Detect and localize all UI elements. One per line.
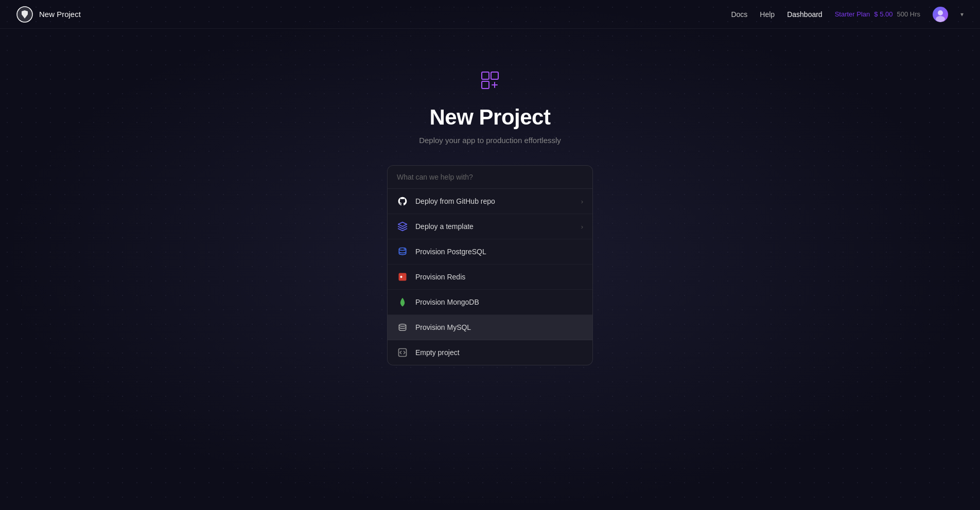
app-title: New Project	[39, 10, 81, 19]
page-subtitle: Deploy your app to production effortless…	[419, 136, 561, 145]
user-dropdown-chevron[interactable]: ▾	[960, 11, 964, 18]
code-icon	[397, 347, 408, 358]
navbar-right: Docs Help Dashboard Starter Plan $ 5.00 …	[731, 7, 964, 22]
navbar: New Project Docs Help Dashboard Starter …	[0, 0, 980, 29]
docs-link[interactable]: Docs	[731, 10, 747, 19]
svg-point-13	[399, 324, 406, 326]
mysql-icon	[397, 322, 408, 333]
menu-item-provision-mysql[interactable]: Provision MySQL	[388, 315, 592, 340]
mongo-icon	[397, 296, 408, 308]
menu-item-label-provision-postgres: Provision PostgreSQL	[415, 248, 583, 256]
svg-rect-3	[482, 72, 489, 79]
svg-point-2	[936, 16, 945, 22]
menu-item-label-provision-redis: Provision Redis	[415, 273, 583, 281]
options-panel: What can we help with? Deploy from GitHu…	[387, 165, 593, 365]
search-bar[interactable]: What can we help with?	[388, 166, 592, 189]
menu-item-label-deploy-github: Deploy from GitHub repo	[415, 197, 574, 205]
layers-icon	[397, 221, 408, 232]
menu-item-provision-postgres[interactable]: Provision PostgreSQL	[388, 239, 592, 265]
plan-hours: 500 Hrs	[897, 10, 920, 18]
menu-item-label-deploy-template: Deploy a template	[415, 222, 574, 231]
menu-item-provision-redis[interactable]: Provision Redis	[388, 265, 592, 290]
plan-cost: $ 5.00	[874, 10, 892, 18]
menu-item-label-provision-mysql: Provision MySQL	[415, 323, 583, 331]
plan-name: Starter Plan	[835, 10, 870, 18]
new-project-icon	[480, 70, 500, 93]
search-placeholder: What can we help with?	[397, 173, 473, 181]
menu-item-chevron-deploy-template: ›	[581, 223, 583, 231]
page-title: New Project	[430, 105, 551, 130]
svg-rect-4	[491, 72, 498, 79]
menu-item-deploy-template[interactable]: Deploy a template›	[388, 214, 592, 239]
svg-marker-8	[398, 222, 407, 226]
menu-items-container: Deploy from GitHub repo› Deploy a templa…	[388, 189, 592, 365]
plan-badge: Starter Plan $ 5.00 500 Hrs	[835, 10, 920, 18]
navbar-left: New Project	[16, 6, 81, 23]
menu-item-deploy-github[interactable]: Deploy from GitHub repo›	[388, 189, 592, 214]
help-link[interactable]: Help	[760, 10, 775, 19]
app-logo[interactable]	[16, 6, 33, 23]
menu-item-label-provision-mongodb: Provision MongoDB	[415, 298, 583, 306]
dashboard-link[interactable]: Dashboard	[787, 10, 822, 19]
svg-point-10	[404, 248, 406, 250]
postgres-icon	[397, 246, 408, 257]
user-avatar[interactable]	[933, 7, 948, 22]
redis-icon	[397, 271, 408, 283]
menu-item-empty-project[interactable]: Empty project	[388, 340, 592, 365]
menu-item-label-empty-project: Empty project	[415, 348, 583, 357]
menu-item-chevron-deploy-github: ›	[581, 198, 583, 205]
menu-item-provision-mongodb[interactable]: Provision MongoDB	[388, 290, 592, 315]
svg-rect-5	[482, 81, 489, 89]
svg-point-1	[938, 10, 943, 15]
github-icon	[397, 196, 408, 207]
main-content: New Project Deploy your app to productio…	[0, 29, 980, 365]
